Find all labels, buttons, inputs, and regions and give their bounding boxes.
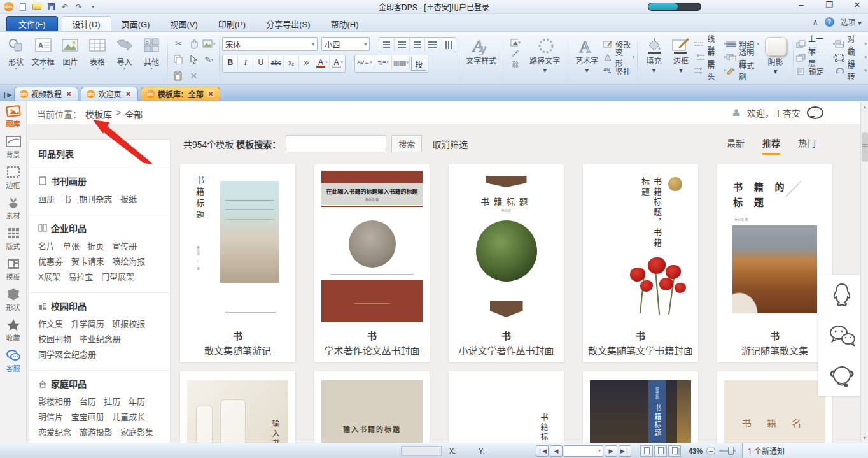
rail-item-background[interactable]: 背景 (5, 134, 22, 159)
template-card[interactable]: 输入书籍的标题 (314, 371, 430, 443)
category-link[interactable]: 宝宝画册 (71, 410, 104, 425)
close-button[interactable]: ✕ (851, 0, 863, 10)
new-document-icon[interactable] (17, 2, 29, 12)
align-center-button[interactable] (395, 38, 410, 52)
template-card[interactable]: 在此输入书籍的标题输入书籍的标题 朱自清 著 书 学术著作论文丛书封面 (314, 164, 430, 362)
category-link[interactable]: 家庭影集 (120, 425, 153, 440)
close-tab-icon[interactable]: ✕ (65, 90, 73, 97)
font-family-select[interactable]: 宋体▾ (222, 37, 318, 51)
category-link[interactable]: 贺卡请柬 (71, 254, 104, 269)
last-page-button[interactable]: ▶❘ (619, 445, 631, 457)
rail-item-layout[interactable]: 版式 (5, 226, 22, 251)
redo-icon[interactable]: ↷ (73, 2, 85, 12)
sidebar-collapse-icon[interactable]: ❙▶ (0, 88, 14, 101)
category-link[interactable]: 书 (63, 192, 71, 207)
prev-page-button[interactable]: ◀ (550, 445, 563, 457)
message-bubble-icon[interactable] (807, 106, 823, 119)
category-link[interactable]: 儿童成长 (112, 410, 145, 425)
tab-design[interactable]: 设计(D) (62, 16, 111, 31)
scroll-down-icon[interactable]: ▼ (861, 433, 868, 442)
insert-shape-button[interactable]: 形状▾ (3, 34, 30, 83)
template-card[interactable]: 【散文集】 书籍标题 (583, 371, 698, 443)
save-icon[interactable] (45, 2, 57, 12)
notification-label[interactable]: 1 个新通知 (742, 443, 868, 458)
template-card[interactable]: 书 籍 的 标 题 朱自清 著 书 游记随笔散文集 (717, 164, 832, 362)
lock-button[interactable]: 锁定 (796, 65, 835, 76)
zoom-slider[interactable] (719, 450, 736, 452)
help-icon[interactable]: ? (825, 17, 834, 27)
options-button[interactable]: 选项 ▾ (841, 17, 862, 27)
paragraph-button[interactable]: 段 (411, 57, 426, 71)
category-link[interactable]: 易拉宝 (68, 269, 93, 285)
minimize-button[interactable]: – (795, 0, 807, 10)
category-link[interactable]: 旅游摄影 (80, 425, 113, 440)
category-link[interactable]: 画册 (38, 192, 55, 207)
delete-icon[interactable]: ✕ (187, 69, 200, 82)
path-text-button[interactable]: 路径文字▾ (524, 34, 565, 83)
text-frame-icon[interactable]: ▾ (510, 38, 521, 47)
category-link[interactable]: 报纸 (120, 192, 137, 207)
view-facing-button[interactable] (668, 445, 681, 457)
rail-item-material[interactable]: 素材 (5, 196, 22, 220)
template-card[interactable]: 书籍标题，书籍标题 书 散文集随笔文学书籍封面 (583, 164, 698, 362)
superscript-button[interactable]: x² (299, 55, 314, 69)
template-card[interactable]: 书籍标 (449, 371, 564, 443)
category-link[interactable]: 影楼相册 (38, 394, 71, 410)
unlink-icon[interactable]: ⛓︎ (510, 60, 521, 69)
category-link[interactable]: 期刊杂志 (79, 192, 112, 207)
qq-contact-button[interactable] (818, 275, 865, 315)
wechat-contact-button[interactable] (818, 315, 865, 355)
template-card[interactable]: 书籍标题 朱自清 / 著 书 散文集随笔游记 (180, 164, 295, 362)
search-button[interactable]: 搜索 (391, 135, 422, 152)
edit-points-icon[interactable]: ✎▾ (202, 54, 215, 66)
word-art-button[interactable]: A 艺术字▾ (571, 34, 603, 83)
breadcrumb-library-link[interactable]: 模板库 (85, 108, 112, 120)
category-link[interactable]: 同学聚会纪念册 (38, 347, 96, 362)
shadow-button[interactable]: 阴影▾ (760, 34, 790, 83)
category-link[interactable]: 宣传册 (112, 239, 137, 254)
fill-button[interactable]: 填充▾ (640, 34, 668, 83)
rail-item-shape[interactable]: 形状 (5, 287, 22, 312)
undo-icon[interactable]: ↶ (59, 2, 71, 12)
category-link[interactable]: 升学简历 (71, 317, 104, 332)
sort-newest[interactable]: 最新 (727, 136, 745, 155)
category-link[interactable]: 台历 (80, 394, 96, 410)
vertical-scrollbar[interactable]: ▲ ▼ (860, 102, 868, 442)
category-link[interactable]: 名片 (38, 239, 55, 254)
view-continuous-button[interactable] (654, 445, 667, 457)
category-link[interactable]: 作文集 (38, 317, 63, 332)
align-left-button[interactable] (379, 38, 395, 52)
template-search-input[interactable] (286, 135, 386, 152)
align-justify-button[interactable] (425, 38, 440, 52)
category-link[interactable]: 明信片 (38, 410, 63, 425)
category-link[interactable]: 折页 (87, 239, 104, 254)
doc-tab-video-tutorial[interactable]: DPS 视频教程 ✕ (14, 87, 78, 101)
page-select[interactable]: ▾ (564, 445, 603, 457)
category-link[interactable]: 门型展架 (101, 269, 134, 285)
transform-button[interactable]: 变形▾ (603, 52, 634, 63)
rotate-button[interactable]: 旋转▾ (835, 65, 867, 76)
category-link[interactable]: 恋爱纪念 (38, 425, 71, 440)
view-single-page-button[interactable] (640, 445, 653, 457)
quick-access-dropdown-icon[interactable]: ▾ (87, 2, 99, 12)
file-menu-button[interactable]: 文件(F) (6, 16, 58, 31)
columns-button[interactable]: ▥▥▾ (392, 55, 410, 69)
tab-help[interactable]: 帮助(H) (320, 16, 368, 31)
sort-hot[interactable]: 热门 (798, 136, 816, 155)
char-spacing-button[interactable]: AV↔▾ (355, 55, 374, 69)
line-spacing-button[interactable]: ⇅≡▾ (374, 55, 392, 69)
close-tab-icon[interactable]: ✕ (207, 90, 214, 97)
category-link[interactable]: X展架 (38, 269, 60, 285)
vertical-text-button[interactable]: Ab竖排 (603, 65, 634, 76)
pan-hand-icon[interactable] (187, 38, 200, 50)
template-card[interactable]: 书籍标题 朱自清 书 小说文学著作丛书封面 (449, 164, 564, 362)
customer-service-button[interactable] (818, 355, 865, 396)
rail-item-border[interactable]: 边框 (5, 165, 22, 190)
category-link[interactable]: 毕业纪念册 (80, 332, 121, 347)
zoom-slider-thumb[interactable] (728, 447, 734, 455)
scrollbar-thumb[interactable] (862, 132, 868, 162)
maximize-button[interactable]: ❐ (823, 0, 835, 10)
doc-tab-welcome[interactable]: DPS 欢迎页 ✕ (81, 87, 137, 101)
close-tab-icon[interactable]: ✕ (124, 90, 132, 97)
insert-image-button[interactable]: 图片▾ (57, 34, 84, 83)
